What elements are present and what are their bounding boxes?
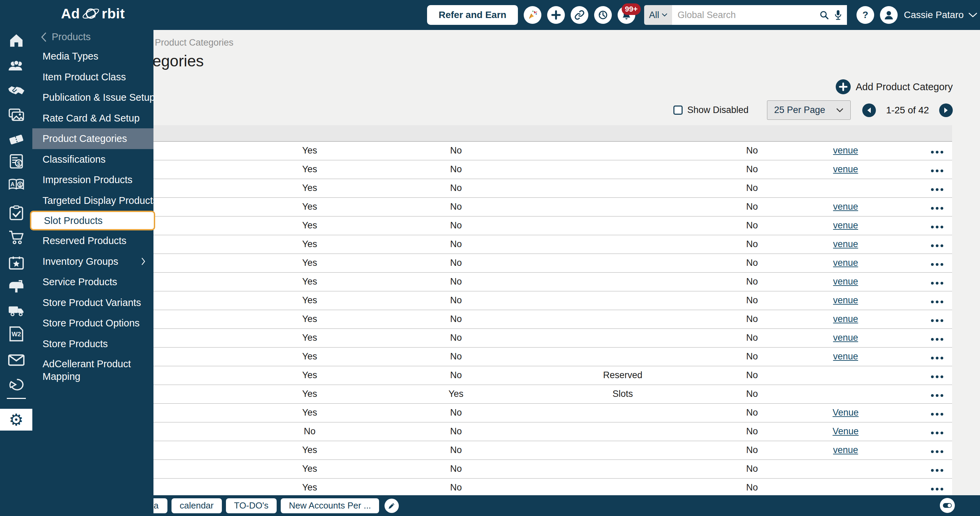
row-actions-ellipsis-button[interactable] [929, 351, 943, 362]
view-toggle-button[interactable] [940, 498, 955, 513]
flyout-menu-item[interactable]: Media Types [32, 46, 153, 67]
row-actions-ellipsis-button[interactable] [929, 295, 943, 305]
history-button[interactable] [594, 6, 612, 24]
row-actions-ellipsis-button[interactable] [929, 258, 943, 268]
row-actions-ellipsis-button[interactable] [929, 408, 943, 418]
sidebar-item-store[interactable] [8, 230, 24, 244]
user-menu-chevron[interactable] [969, 13, 977, 18]
row-actions-ellipsis-button[interactable] [929, 145, 943, 156]
row-actions-ellipsis-button[interactable] [929, 164, 943, 174]
venue-link[interactable]: venue [833, 164, 858, 174]
sidebar-item-home[interactable] [9, 34, 24, 47]
envelope-icon [8, 354, 24, 366]
user-name[interactable]: Cassie Pataro [904, 10, 964, 21]
cell-actions [902, 197, 952, 216]
row-actions-ellipsis-button[interactable] [929, 202, 943, 212]
flyout-menu-item[interactable]: AdCellerant Product Mapping [32, 354, 153, 387]
sidebar-item-settings[interactable]: ⚙ [0, 409, 32, 430]
venue-link[interactable]: venue [833, 445, 858, 455]
search-button[interactable] [819, 10, 829, 20]
sidebar-item-accounting[interactable]: A $ [8, 178, 24, 191]
venue-link[interactable]: venue [833, 145, 858, 156]
next-page-button[interactable] [939, 104, 953, 117]
flyout-menu-item[interactable]: Classifications [32, 149, 153, 170]
row-actions-ellipsis-button[interactable] [929, 333, 943, 343]
venue-link[interactable]: venue [833, 202, 858, 212]
cell-event-venue: venue [789, 347, 902, 366]
row-actions-ellipsis-button[interactable] [929, 370, 943, 380]
sidebar-item-email[interactable] [8, 354, 24, 366]
cell-newsletter: No [714, 403, 789, 422]
flyout-menu-item[interactable]: Rate Card & Ad Setup [32, 108, 153, 129]
flyout-menu-item[interactable]: Slot Products [30, 211, 155, 231]
venue-link[interactable]: Venue [833, 426, 859, 436]
help-button[interactable]: ? [856, 6, 874, 24]
sidebar-item-invoices[interactable]: $ [10, 154, 23, 169]
venue-link[interactable]: Venue [833, 408, 859, 418]
user-avatar[interactable] [880, 6, 898, 24]
notifications-button[interactable]: 99+ [617, 6, 635, 24]
flyout-menu-item[interactable]: Store Product Variants [32, 292, 153, 313]
flyout-back-button[interactable]: Products [32, 31, 153, 43]
adorbit-logo[interactable]: Ad rbit [32, 4, 153, 23]
row-actions-ellipsis-button[interactable] [929, 463, 943, 474]
row-actions-ellipsis-button[interactable] [929, 220, 943, 231]
row-actions-ellipsis-button[interactable] [929, 276, 943, 287]
flyout-menu-item[interactable]: Reserved Products [32, 231, 153, 251]
venue-link[interactable]: venue [833, 239, 858, 249]
sidebar-item-w2[interactable]: W2 [9, 326, 24, 341]
venue-link[interactable]: venue [833, 276, 858, 287]
flyout-menu-item[interactable]: Service Products [32, 272, 153, 292]
search-scope-select[interactable]: All [644, 5, 672, 25]
venue-link[interactable]: venue [833, 351, 858, 362]
add-product-category-button[interactable]: Add Product Category [836, 79, 953, 94]
flyout-menu-item[interactable]: Inventory Groups [32, 251, 153, 272]
venue-link[interactable]: venue [833, 295, 858, 305]
celebration-button[interactable] [524, 6, 541, 24]
edit-tabs-button[interactable] [385, 498, 399, 513]
sidebar-item-deals[interactable] [8, 85, 25, 96]
sidebar-item-media[interactable] [8, 108, 24, 121]
flyout-menu-item[interactable]: Publication & Issue Setup [32, 87, 153, 108]
sidebar-item-contacts[interactable] [8, 60, 24, 72]
row-actions-ellipsis-button[interactable] [929, 445, 943, 455]
show-disabled-checkbox[interactable] [673, 105, 682, 115]
row-actions-ellipsis-button[interactable] [929, 314, 943, 324]
footer-tab[interactable]: TO-DO's [226, 498, 277, 513]
row-actions-ellipsis-button[interactable] [929, 426, 943, 436]
table-row: Yes No No venue [32, 235, 952, 253]
flyout-menu-item[interactable]: Impression Products [32, 169, 153, 190]
flyout-menu-item[interactable]: Item Product Class [32, 67, 153, 88]
row-actions-ellipsis-button[interactable] [929, 183, 943, 193]
sidebar-item-tickets[interactable] [8, 134, 24, 146]
venue-link[interactable]: venue [833, 220, 858, 231]
quick-add-button[interactable] [547, 6, 565, 24]
sidebar-item-distribution[interactable] [8, 305, 24, 317]
flyout-menu-item[interactable]: Targeted Display Products [32, 190, 153, 211]
row-actions-ellipsis-button[interactable] [929, 389, 943, 399]
sidebar-item-tasks[interactable] [10, 205, 23, 220]
previous-page-button[interactable] [862, 104, 876, 117]
flyout-menu-item[interactable]: Store Products [32, 334, 153, 354]
cell-allowed-on-order: No [238, 422, 381, 441]
sidebar-item-events[interactable] [9, 256, 24, 269]
flyout-menu-item[interactable]: Product Categories [32, 128, 153, 149]
voice-search-button[interactable] [834, 10, 842, 21]
refer-and-earn-button[interactable]: Refer and Earn [427, 5, 518, 25]
footer-tab[interactable]: New Accounts Per ... [281, 498, 379, 513]
footer-tab[interactable]: calendar [172, 498, 222, 513]
global-search-input[interactable] [672, 10, 819, 21]
invoice-icon: $ [10, 154, 23, 169]
per-page-select[interactable]: 25 Per Page [767, 100, 851, 120]
links-button[interactable] [571, 6, 588, 24]
row-actions-ellipsis-button[interactable] [929, 482, 943, 492]
chevron-left-icon [41, 32, 46, 42]
sidebar-item-reports[interactable] [9, 378, 24, 391]
flyout-menu-item[interactable]: Store Product Options [32, 313, 153, 334]
plus-icon [551, 10, 561, 20]
row-actions-ellipsis-button[interactable] [929, 239, 943, 249]
venue-link[interactable]: venue [833, 258, 858, 268]
venue-link[interactable]: venue [833, 314, 858, 324]
venue-link[interactable]: venue [833, 333, 858, 343]
sidebar-item-mail[interactable] [8, 280, 24, 293]
